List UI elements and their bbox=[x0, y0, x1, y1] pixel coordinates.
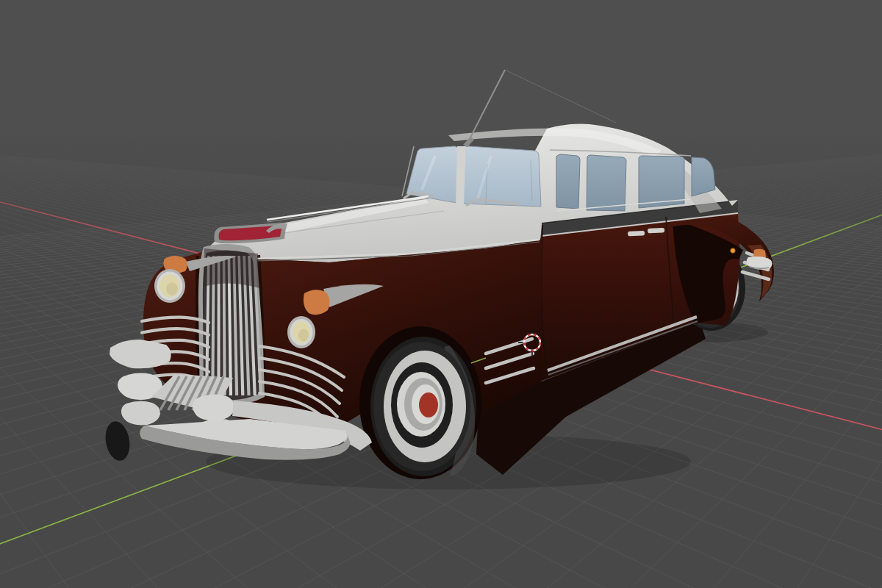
object-origin-dot[interactable] bbox=[731, 248, 735, 253]
origin-dot-glyph bbox=[731, 248, 735, 253]
viewport-canvas[interactable] bbox=[0, 0, 882, 588]
viewport-3d[interactable] bbox=[0, 0, 882, 588]
front-wheel[interactable] bbox=[359, 326, 481, 479]
rear-signal bbox=[753, 249, 766, 258]
grille-top-shadow bbox=[204, 248, 259, 288]
